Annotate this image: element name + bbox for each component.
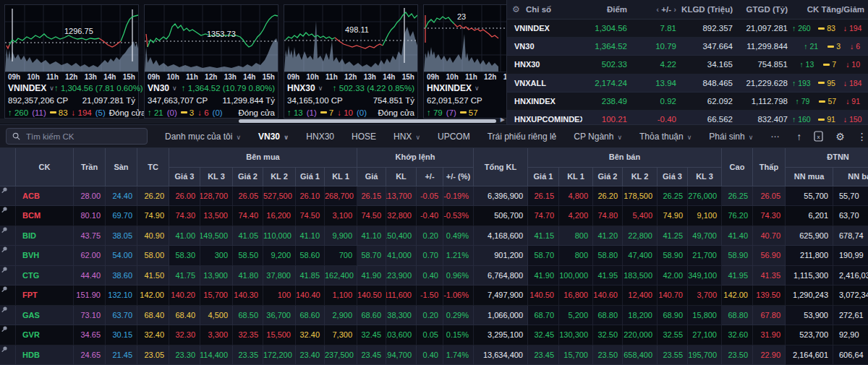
cell-chgp: 0.29% [443, 306, 474, 325]
pin-cell[interactable] [0, 345, 16, 365]
chevron-down-icon[interactable]: ∨ [49, 85, 54, 92]
tab-cp-nganh[interactable]: CP Ngành∨ [574, 132, 622, 142]
tab-thoa-thuan[interactable]: Thỏa thuận∨ [639, 132, 692, 142]
tab-trai-phieu-rieng-le[interactable]: Trái phiếu riêng lẻ [488, 132, 557, 142]
total-value: 11,299.844 Tỷ [223, 96, 275, 105]
cell-s1p: 74.70 [528, 206, 559, 226]
index-gtgd: 21,097.281 [737, 24, 792, 33]
ticker-symbol[interactable]: FPT [16, 285, 74, 305]
index-row-HNX30[interactable]: HNX30502.334.2234.165754.851↑ 137↓ 10 [507, 56, 868, 74]
cell-fbuy: 523,700 [786, 325, 833, 345]
more-tabs-ellipsis[interactable]: ⋯ [770, 132, 779, 142]
board-row-BVH[interactable]: BVH62.0054.0058.0058.3030058.509,20058.6… [0, 246, 868, 265]
pin-cell[interactable] [0, 226, 16, 246]
board-row-BID[interactable]: BID43.7538.0540.9041.00149,50041.05110,0… [0, 226, 868, 246]
tab-phai-sinh[interactable]: Phái sinh∨ [709, 132, 753, 142]
cell-s1v: 4,200 [559, 206, 593, 226]
chart-index-name[interactable]: HNX30 [287, 83, 315, 93]
board-row-BCM[interactable]: BCM80.1069.7074.9074.3013,50074.4016,200… [0, 206, 868, 226]
cell-san: 21.45 [106, 345, 137, 365]
ticker-symbol[interactable]: GVR [16, 325, 74, 345]
board-row-GAS[interactable]: GAS73.1063.7068.4068.404,50068.5036,7006… [0, 306, 868, 325]
index-change: ↑ 502.33 (4.22 0.85%) [333, 84, 414, 93]
cell-chgp: -0.19% [443, 186, 474, 206]
cell-b1v: 7,300 [325, 325, 357, 345]
chevron-down-icon[interactable]: ∨ [318, 85, 323, 92]
pin-cell[interactable] [0, 325, 16, 345]
board-row-CTG[interactable]: CTG44.4038.6041.5041.7513,90041.8037,800… [0, 266, 868, 285]
ticker-symbol[interactable]: BCM [16, 206, 74, 226]
pin-column-header [0, 148, 16, 186]
chart-panel-vn30[interactable]: 1353.73 09h10h11h12h13h14h15h VN30∨↑ 1,3… [144, 4, 278, 119]
cell-tc: 68.40 [137, 306, 169, 325]
ticker-symbol[interactable]: HDB [16, 345, 74, 365]
board-row-GVR[interactable]: GVR34.6530.1532.4032.303,30032.3515,5003… [0, 325, 868, 345]
scrollbar-thumb[interactable] [239, 119, 496, 123]
cell-b1v: 162,400 [325, 266, 357, 285]
time-label: 13h [85, 73, 97, 81]
ticker-symbol[interactable]: CTG [16, 266, 74, 285]
gear-icon[interactable]: ⚙ [512, 4, 524, 14]
cell-s1v: 800 [559, 226, 593, 246]
tab-hnx30[interactable]: HNX30 [306, 132, 334, 142]
ticker-symbol[interactable]: ACB [16, 186, 74, 206]
vnindex-chart-svg [5, 5, 138, 72]
board-row-HDB[interactable]: HDB24.6521.4523.0523.30114,40023.35172,2… [0, 345, 868, 365]
cell-chgp: 0.49% [443, 226, 474, 246]
pin-cell[interactable] [0, 306, 16, 325]
index-row-VNINDEX[interactable]: VNINDEX1,304.567.81892.35721,097.281↑ 26… [507, 20, 868, 38]
tab-hnx[interactable]: HNX∨ [393, 132, 420, 142]
tab-upcom[interactable]: UPCOM [438, 132, 470, 142]
header-change-sort[interactable]: +/- [631, 5, 681, 14]
flat-bar-icon [320, 111, 327, 113]
chart-panel-vnindex[interactable]: 1296.75 09h10h11h12h13h14h15h VNINDEX∨↑ … [4, 4, 139, 119]
chart-panel-hnx30[interactable]: 498.11 09h10h11h12h13h14h15h HNX30∨↑ 502… [284, 4, 418, 119]
tab-hose[interactable]: HOSE [352, 132, 376, 142]
chart-index-name[interactable]: VN30 [148, 83, 169, 93]
collapse-charts-icon[interactable]: ↑ [796, 132, 801, 142]
cell-b1p: 58.60 [296, 246, 325, 265]
chevron-down-icon[interactable]: ∨ [475, 85, 480, 92]
pin-cell[interactable] [0, 206, 16, 226]
cell-b2p: 26.05 [233, 186, 263, 206]
time-label: 11h [46, 73, 59, 81]
header-ben-ban: Bên bán [528, 148, 722, 168]
scroll-right-arrow-icon[interactable]: ▶ [501, 116, 505, 123]
pin-cell[interactable] [0, 246, 16, 265]
chart-index-name[interactable]: VNINDEX [8, 83, 46, 93]
chart-horizontal-scrollbar[interactable]: ▶ [0, 119, 506, 124]
board-row-ACB[interactable]: ACB28.0024.4026.2026.001,128,70026.05527… [0, 186, 868, 206]
pin-cell[interactable] [0, 285, 16, 305]
tab-vn30[interactable]: VN30∨ [258, 132, 289, 142]
unchanged: 95 [818, 79, 838, 87]
cell-fsell: 2,416,03 [833, 266, 868, 285]
index-name: HNX30 [507, 60, 582, 69]
ticker-symbol[interactable]: BID [16, 226, 74, 246]
index-row-HNXINDEX[interactable]: HNXINDEX238.490.9262.0921,112.798↑ 7957↓… [507, 93, 868, 111]
advancers-ceiling: (11) [32, 108, 46, 117]
time-label: 10h [27, 73, 40, 81]
time-label: 14h [103, 73, 116, 81]
cell-low: 74.30 [753, 206, 786, 226]
index-charts-strip: 1296.75 09h10h11h12h13h14h15h VNINDEX∨↑ … [0, 0, 506, 124]
pin-cell[interactable] [0, 186, 16, 206]
search-box[interactable] [6, 128, 148, 145]
search-input[interactable] [25, 132, 122, 142]
time-label: 10h [446, 73, 459, 81]
ticker-symbol[interactable]: BVH [16, 246, 74, 265]
board-body: ACB28.0024.4026.2026.001,128,70026.05527… [0, 186, 868, 365]
settings-gear-icon[interactable]: ⚙ [835, 132, 845, 142]
ticker-symbol[interactable]: GAS [16, 306, 74, 325]
chart-index-name[interactable]: HNXINDEX [427, 83, 472, 93]
chevron-down-icon[interactable]: ∨ [172, 85, 177, 92]
tab-danh-muc-cua-toi[interactable]: Danh mục của tôi∨ [165, 132, 241, 142]
index-points: 238.49 [582, 97, 631, 106]
export-excel-icon[interactable]: x [814, 131, 823, 142]
chart-panel-hnxindex[interactable]: 23 09h10h11h12h13h14h15h HNXINDEX∨↑ 2 62… [423, 4, 506, 119]
kebab-menu-icon[interactable]: ⋮ [857, 132, 867, 142]
board-row-FPT[interactable]: FPT151.90132.10142.00140.2015,700140.301… [0, 285, 868, 305]
index-row-VNXALL[interactable]: VNXALL2,174.2413.94848.46521,229.628↑ 19… [507, 74, 868, 93]
time-label: 09h [287, 73, 299, 81]
pin-cell[interactable] [0, 266, 16, 285]
index-row-VN30[interactable]: VN301,364.5210.79347.66411,299.844↑ 213↓… [507, 38, 868, 56]
